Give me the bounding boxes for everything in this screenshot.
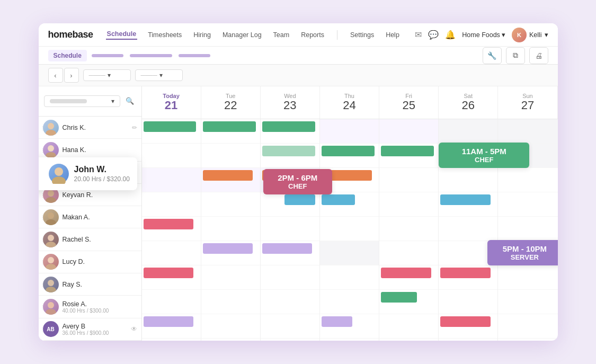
cell-chris-fri[interactable] [379, 119, 438, 144]
cell-lucy-wed[interactable] [261, 265, 319, 290]
cell-john-sat[interactable] [439, 168, 497, 192]
shift-keyvan-thu[interactable] [322, 194, 355, 205]
cell-makan-tue[interactable] [201, 217, 260, 241]
cell-lucy-fri[interactable] [379, 265, 438, 290]
sub-tab-schedule[interactable]: Schedule [48, 50, 87, 61]
chat-icon[interactable]: 💬 [428, 30, 439, 40]
cell-makan-thu[interactable] [320, 217, 379, 241]
cell-john-tue[interactable] [201, 168, 260, 192]
cell-keyvan-mon[interactable] [142, 192, 201, 217]
nav-settings[interactable]: Settings [349, 31, 375, 39]
staff-row-john[interactable]: ⋮ John W. 20.00 Hrs / $320.00 ⋮ John W. [39, 162, 141, 184]
pencil-icon-chris[interactable]: ✏ [132, 124, 137, 131]
cell-chris-mon[interactable] [142, 119, 201, 144]
cell-makan-fri[interactable] [379, 217, 438, 241]
cell-avery-sat[interactable] [439, 339, 497, 341]
cell-makan-mon[interactable] [142, 217, 201, 241]
mail-icon[interactable]: ✉ [415, 30, 422, 40]
user-menu[interactable]: K Kelli ▾ [512, 28, 548, 42]
cell-keyvan-wed[interactable] [261, 192, 319, 217]
cell-john-fri[interactable] [379, 168, 438, 192]
cell-lucy-sun[interactable] [498, 265, 557, 290]
staff-row-avery[interactable]: ⋮ AB Avery B 36.00 Hrs / $900.00 👁 [39, 318, 141, 341]
nav-team[interactable]: Team [272, 31, 291, 39]
cell-chris-thu[interactable] [320, 119, 379, 144]
cell-keyvan-sun[interactable] [498, 192, 557, 217]
cell-john-sun[interactable] [498, 168, 557, 192]
nav-reports[interactable]: Reports [300, 31, 325, 39]
cell-chris-tue[interactable] [201, 119, 260, 144]
store-selector[interactable]: Home Foods ▾ [462, 31, 505, 39]
shift-makan-mon[interactable] [144, 219, 194, 229]
cell-avery-wed[interactable] [261, 339, 319, 341]
cell-ray-sun[interactable] [498, 290, 557, 314]
cell-avery-fri[interactable] [379, 339, 438, 341]
cell-rosie-mon[interactable] [142, 314, 201, 339]
staff-row-lucy[interactable]: ⋮ Lucy D. [39, 251, 141, 273]
wrench-button[interactable]: 🔧 [483, 47, 502, 64]
shift-lucy-sat[interactable] [440, 268, 491, 278]
cell-hana-mon[interactable] [142, 144, 201, 168]
shift-chris-wed[interactable] [262, 121, 315, 132]
nav-manager-log[interactable]: Manager Log [221, 31, 263, 39]
staff-row-chris[interactable]: ⋮ Chris K. ✏ [39, 117, 141, 139]
print-button[interactable]: 🖨 [529, 47, 548, 64]
cell-ray-fri[interactable] [379, 290, 438, 314]
cell-keyvan-tue[interactable] [201, 192, 260, 217]
cell-john-wed[interactable]: 2PM - 6PM CHEF [261, 168, 319, 192]
staff-filter-dropdown[interactable]: ▾ [44, 95, 120, 107]
date-picker-2[interactable]: ──── ▾ [135, 69, 183, 81]
cell-avery-mon[interactable] [142, 339, 201, 341]
cell-makan-sun[interactable] [498, 217, 557, 241]
cell-chris-sat[interactable] [439, 119, 497, 144]
cell-rachel-tue[interactable] [201, 241, 260, 265]
cell-chris-sun[interactable] [498, 119, 557, 144]
shift-hana-fri[interactable] [381, 146, 434, 156]
cell-rachel-wed[interactable] [261, 241, 319, 265]
cell-ray-tue[interactable] [201, 290, 260, 314]
staff-row-makan[interactable]: ⋮ Makan A. [39, 206, 141, 228]
nav-timesheets[interactable]: Timesheets [147, 31, 183, 39]
shift-rosie-sat[interactable] [440, 316, 491, 327]
cell-rachel-fri[interactable] [379, 241, 438, 265]
cell-rosie-wed[interactable] [261, 314, 319, 339]
cell-lucy-thu[interactable] [320, 265, 379, 290]
cell-lucy-tue[interactable] [201, 265, 260, 290]
next-button[interactable]: › [64, 68, 79, 83]
cell-makan-wed[interactable] [261, 217, 319, 241]
staff-row-ray[interactable]: ⋮ Ray S. [39, 273, 141, 296]
cell-keyvan-sat[interactable] [439, 192, 497, 217]
cell-hana-tue[interactable] [201, 144, 260, 168]
staff-row-rachel[interactable]: ⋮ Rachel S. [39, 228, 141, 251]
cell-rosie-tue[interactable] [201, 314, 260, 339]
date-picker-1[interactable]: ──── ▾ [83, 69, 131, 81]
shift-lucy-mon[interactable] [144, 268, 194, 278]
cell-rosie-thu[interactable] [320, 314, 379, 339]
shift-hana-thu[interactable] [322, 146, 375, 156]
cell-hana-wed[interactable] [261, 144, 319, 168]
cell-rachel-thu[interactable] [320, 241, 379, 265]
bell-icon[interactable]: 🔔 [445, 30, 456, 40]
cell-keyvan-thu[interactable] [320, 192, 379, 217]
cell-chris-wed[interactable] [261, 119, 319, 144]
shift-john-tue[interactable] [203, 170, 253, 181]
cell-avery-sun[interactable] [498, 339, 557, 341]
staff-row-rosie[interactable]: ⋮ Rosie A. 40.00 Hrs / $300.00 [39, 296, 141, 318]
cell-makan-sat[interactable] [439, 217, 497, 241]
cell-avery-thu[interactable] [320, 339, 379, 341]
shift-rachel-tue[interactable] [203, 243, 253, 254]
nav-help[interactable]: Help [385, 31, 401, 39]
cell-ray-wed[interactable] [261, 290, 319, 314]
cell-hana-sat[interactable]: 11AM - 5PM CHEF [439, 144, 497, 168]
cell-hana-thu[interactable] [320, 144, 379, 168]
cell-ray-thu[interactable] [320, 290, 379, 314]
nav-hiring[interactable]: Hiring [192, 31, 212, 39]
cell-keyvan-fri[interactable] [379, 192, 438, 217]
nav-schedule[interactable]: Schedule [106, 30, 138, 40]
cell-rosie-fri[interactable] [379, 314, 438, 339]
cell-hana-fri[interactable] [379, 144, 438, 168]
prev-button[interactable]: ‹ [48, 68, 63, 83]
cell-lucy-mon[interactable] [142, 265, 201, 290]
shift-chris-mon[interactable] [144, 121, 197, 132]
cell-ray-sat[interactable] [439, 290, 497, 314]
